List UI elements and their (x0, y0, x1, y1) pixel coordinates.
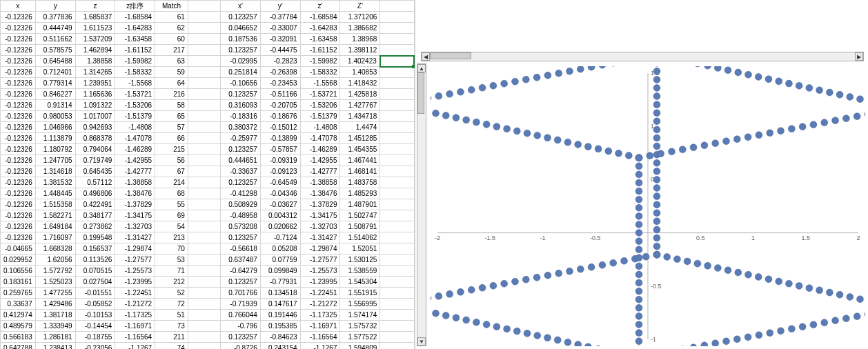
cell[interactable]: 1.502747 (340, 210, 380, 221)
cell[interactable]: 214 (155, 177, 188, 188)
cell[interactable]: 0.766044 (221, 310, 261, 321)
table-row[interactable]: 0.4895791.333949-0.14454-1.1697173-0.796… (1, 321, 415, 332)
cell[interactable]: -0.26398 (260, 67, 300, 78)
cell[interactable]: -1.23995 (115, 277, 155, 288)
cell[interactable]: 0.027504 (75, 277, 115, 288)
col-header-tail[interactable] (380, 1, 414, 12)
cell[interactable]: 1.017007 (75, 111, 115, 122)
table-row[interactable]: -0.123260.6454881.38858-1.5998263-0.0299… (1, 56, 415, 67)
cell[interactable]: -0.2823 (260, 56, 300, 67)
cell[interactable] (188, 166, 220, 177)
chart-plot-area[interactable]: -2-1.5-1-0.50.511.52-1-0.50.511.5 (431, 66, 865, 346)
table-row[interactable]: 0.1831611.5250230.027504-1.239952120.123… (1, 277, 415, 288)
cell[interactable] (188, 144, 220, 155)
cell[interactable] (188, 288, 220, 299)
cell[interactable]: -0.77931 (260, 277, 300, 288)
table-row[interactable]: -0.123261.1807920.794064-1.462892150.123… (1, 144, 415, 155)
cell[interactable]: 0.642788 (1, 343, 36, 350)
cell[interactable]: 1.462894 (75, 45, 115, 56)
cell[interactable]: -0.18755 (75, 332, 115, 343)
cell[interactable]: -0.18676 (260, 111, 300, 122)
table-row[interactable]: 0.1065561.5727920.070515-1.2557371-0.642… (1, 266, 415, 277)
cell[interactable]: 1.386682 (340, 23, 380, 34)
cell[interactable]: 0.573208 (221, 221, 261, 232)
col-header-x2[interactable]: x' (221, 1, 261, 12)
cell[interactable] (188, 299, 220, 310)
cell[interactable]: -1.16564 (115, 332, 155, 343)
cell[interactable] (188, 122, 220, 133)
table-row[interactable]: 0.6427881.238413-0.23056-1.126774-0.8726… (1, 343, 415, 350)
cell[interactable]: -0.12326 (1, 89, 36, 100)
cell[interactable]: 1.611523 (75, 23, 115, 34)
table-row[interactable]: -0.123260.3778361.685837-1.68584610.1232… (1, 12, 415, 23)
cell[interactable]: 1.38858 (75, 56, 115, 67)
table-row[interactable]: -0.123260.7793141.239951-1.556864-0.1065… (1, 78, 415, 89)
cell[interactable]: -1.34175 (300, 210, 340, 221)
cell-tail[interactable] (380, 133, 414, 144)
cell[interactable]: -0.12326 (1, 199, 36, 210)
cell[interactable]: 0.511662 (35, 34, 75, 45)
col-header-z[interactable]: z (75, 1, 115, 12)
cell[interactable]: 0.156537 (75, 243, 115, 255)
cell[interactable]: -0.01551 (75, 288, 115, 299)
cell[interactable]: 1.429486 (35, 299, 75, 310)
cell[interactable]: 0.123257 (221, 332, 261, 343)
cell[interactable]: -0.84623 (260, 332, 300, 343)
cell[interactable]: 1.238413 (35, 343, 75, 350)
cell[interactable]: -1.25573 (115, 266, 155, 277)
cell[interactable]: -1.38476 (115, 188, 155, 199)
cell[interactable]: 62 (155, 23, 188, 34)
cell[interactable]: -1.58332 (115, 67, 155, 78)
cell[interactable]: 0.508929 (221, 199, 261, 210)
cell[interactable]: 1.180792 (35, 144, 75, 155)
cell[interactable]: -0.12326 (1, 155, 36, 166)
cell[interactable]: -0.12326 (1, 34, 36, 45)
cell[interactable]: -0.41298 (221, 188, 261, 199)
cell[interactable]: 0.868378 (75, 133, 115, 144)
cell[interactable]: 0.846227 (35, 89, 75, 100)
cell[interactable] (188, 45, 220, 56)
cell[interactable]: 0.046652 (221, 23, 261, 34)
cell[interactable]: 55 (155, 199, 188, 210)
cell[interactable]: 0.645435 (75, 166, 115, 177)
cell[interactable]: 0.380372 (221, 122, 261, 133)
table-row[interactable]: -0.123261.3815320.57112-1.388582140.1232… (1, 177, 415, 188)
cell[interactable]: -0.20705 (260, 100, 300, 111)
cell[interactable]: -0.25977 (221, 133, 261, 144)
cell[interactable]: 1.649184 (35, 221, 75, 232)
table-row[interactable]: 0.4129741.381718-0.10153-1.17325510.7660… (1, 310, 415, 321)
cell[interactable]: -0.32091 (260, 34, 300, 45)
cell[interactable]: -0.12326 (1, 122, 36, 133)
cell[interactable]: 0.07759 (260, 255, 300, 266)
cell[interactable]: 0.251814 (221, 67, 261, 78)
scroll-h-thumb[interactable] (430, 52, 471, 59)
cell[interactable]: -1.53721 (300, 89, 340, 100)
cell-tail[interactable] (380, 100, 414, 111)
cell[interactable]: 1.685837 (75, 12, 115, 23)
cell[interactable]: 1.091322 (75, 100, 115, 111)
col-header-match[interactable]: Match (155, 1, 188, 12)
cell[interactable]: -1.63458 (115, 34, 155, 45)
cell[interactable]: 212 (155, 277, 188, 288)
cell[interactable]: 1.454355 (340, 144, 380, 155)
col-header-x[interactable]: x (1, 1, 36, 12)
cell-tail[interactable] (380, 332, 414, 343)
cell[interactable]: -0.12326 (1, 100, 36, 111)
cell[interactable]: -1.59982 (300, 56, 340, 67)
cell[interactable] (188, 23, 220, 34)
cell[interactable]: -1.5568 (115, 78, 155, 89)
cell[interactable]: -1.42955 (300, 155, 340, 166)
cell[interactable]: -1.31427 (300, 232, 340, 243)
cell[interactable]: 1.62056 (35, 255, 75, 266)
cell[interactable]: 1.333949 (35, 321, 75, 332)
cell[interactable]: -1.22451 (300, 288, 340, 299)
cell[interactable]: -0.12326 (1, 78, 36, 89)
cell[interactable]: -0.12326 (1, 232, 36, 243)
cell[interactable] (188, 100, 220, 111)
cell[interactable]: 0.316093 (221, 100, 261, 111)
cell[interactable]: 0.123257 (221, 89, 261, 100)
cell[interactable]: 1.556995 (340, 299, 380, 310)
cell[interactable]: -1.32703 (300, 221, 340, 232)
cell-tail[interactable] (380, 144, 414, 155)
chart-scrollbar-vertical[interactable]: ▲ ▼ (417, 63, 426, 346)
